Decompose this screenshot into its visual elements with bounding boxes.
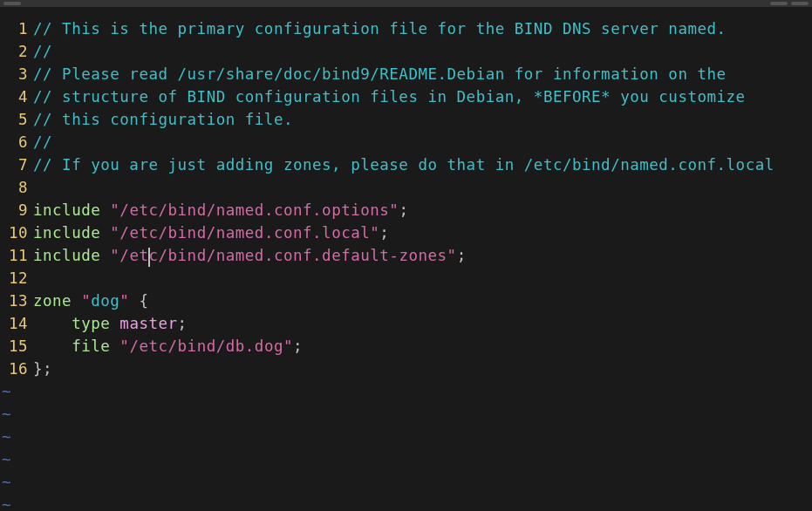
empty-line-marker: ~ (0, 494, 812, 511)
line-content[interactable]: include "/etc/bind/named.conf.options"; (33, 199, 812, 221)
code-line[interactable]: 16}; (0, 358, 812, 380)
line-number: 6 (0, 131, 33, 153)
line-number: 9 (0, 199, 33, 221)
window-titlebar (0, 0, 812, 7)
line-number: 10 (0, 221, 33, 244)
line-number: 3 (0, 63, 33, 85)
line-content[interactable]: type master; (33, 312, 812, 335)
code-line[interactable]: 3// Please read /usr/share/doc/bind9/REA… (0, 63, 812, 85)
titlebar-button-right-1[interactable] (770, 2, 788, 5)
line-number: 2 (0, 40, 33, 63)
empty-line-marker: ~ (0, 448, 812, 471)
code-line[interactable]: 6// (0, 131, 812, 153)
code-line[interactable]: 1// This is the primary configuration fi… (0, 17, 812, 40)
empty-line-marker: ~ (0, 403, 812, 426)
line-number: 1 (0, 17, 33, 40)
code-line[interactable]: 13zone "dog" { (0, 290, 812, 312)
empty-line-marker: ~ (0, 380, 812, 403)
code-line[interactable]: 11include "/etc/bind/named.conf.default-… (0, 244, 812, 267)
line-number: 15 (0, 335, 33, 358)
line-number: 4 (0, 85, 33, 108)
empty-line-marker: ~ (0, 471, 812, 494)
code-line[interactable]: 10include "/etc/bind/named.conf.local"; (0, 221, 812, 244)
titlebar-button-left[interactable] (3, 2, 21, 5)
code-line[interactable]: 8 (0, 176, 812, 199)
line-content[interactable]: file "/etc/bind/db.dog"; (33, 335, 812, 358)
code-line[interactable]: 4// structure of BIND configuration file… (0, 85, 812, 108)
line-content[interactable] (33, 176, 812, 199)
line-content[interactable]: zone "dog" { (33, 290, 812, 312)
code-line[interactable]: 2// (0, 40, 812, 63)
code-line[interactable]: 12 (0, 267, 812, 290)
code-line[interactable]: 14 type master; (0, 312, 812, 335)
line-number: 11 (0, 244, 33, 267)
line-number: 8 (0, 176, 33, 199)
line-number: 12 (0, 267, 33, 290)
line-content[interactable]: // This is the primary configuration fil… (33, 17, 812, 40)
code-line[interactable]: 15 file "/etc/bind/db.dog"; (0, 335, 812, 358)
line-content[interactable]: // structure of BIND configuration files… (33, 85, 812, 108)
line-content[interactable]: }; (33, 358, 812, 380)
empty-line-marker: ~ (0, 426, 812, 448)
line-number: 16 (0, 358, 33, 380)
code-line[interactable]: 9include "/etc/bind/named.conf.options"; (0, 199, 812, 221)
text-editor[interactable]: 1// This is the primary configuration fi… (0, 7, 812, 511)
line-content[interactable]: // If you are just adding zones, please … (33, 153, 812, 176)
code-line[interactable]: 7// If you are just adding zones, please… (0, 153, 812, 176)
line-number: 13 (0, 290, 33, 312)
line-number: 7 (0, 153, 33, 176)
line-content[interactable]: // (33, 40, 812, 63)
line-content[interactable]: // (33, 131, 812, 153)
titlebar-button-right-2[interactable] (791, 2, 809, 5)
line-content[interactable] (33, 267, 812, 290)
line-content[interactable]: // Please read /usr/share/doc/bind9/READ… (33, 63, 812, 85)
line-number: 5 (0, 108, 33, 131)
line-content[interactable]: // this configuration file. (33, 108, 812, 131)
code-line[interactable]: 5// this configuration file. (0, 108, 812, 131)
line-number: 14 (0, 312, 33, 335)
line-content[interactable]: include "/etc/bind/named.conf.default-zo… (33, 244, 812, 267)
line-content[interactable]: include "/etc/bind/named.conf.local"; (33, 221, 812, 244)
